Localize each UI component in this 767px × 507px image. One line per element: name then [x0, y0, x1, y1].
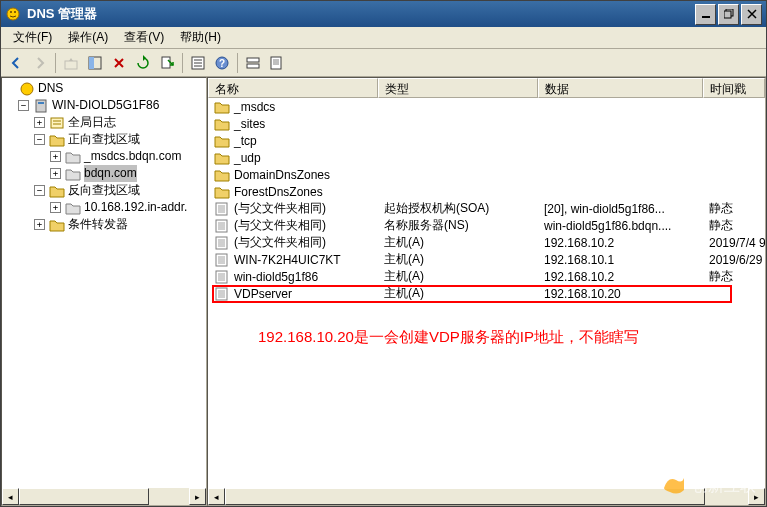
cell-name: WIN-7K2H4UIC7KT: [208, 252, 378, 268]
list-row[interactable]: _tcp: [208, 132, 765, 149]
zone-icon: [65, 166, 81, 182]
scroll-thumb[interactable]: [19, 488, 149, 505]
cell-type: 主机(A): [378, 234, 538, 251]
col-timestamp[interactable]: 时间戳: [703, 78, 765, 98]
cell-data: 192.168.10.2: [538, 236, 703, 250]
expand-icon[interactable]: +: [50, 151, 61, 162]
cell-timestamp: 2019/7/4 9: [703, 236, 765, 250]
app-icon: [5, 6, 21, 22]
svg-rect-24: [38, 102, 44, 104]
list-row[interactable]: (与父文件夹相同)起始授权机构(SOA)[20], win-diold5g1f8…: [208, 200, 765, 217]
menu-file[interactable]: 文件(F): [5, 27, 60, 48]
list-panel[interactable]: 名称 类型 数据 时间戳 _msdcs_sites_tcp_udpDomainD…: [207, 77, 766, 506]
close-button[interactable]: [741, 4, 762, 25]
expand-icon[interactable]: +: [34, 117, 45, 128]
folder-icon: [49, 183, 65, 199]
forward-button[interactable]: [29, 52, 51, 74]
tree-hscrollbar[interactable]: ◂ ▸: [2, 488, 206, 505]
col-type[interactable]: 类型: [378, 78, 538, 98]
list-row[interactable]: WIN-7K2H4UIC7KT主机(A)192.168.10.12019/6/2…: [208, 251, 765, 268]
svg-rect-23: [36, 100, 46, 112]
tree-global-log[interactable]: + 全局日志: [4, 114, 204, 131]
toolbar-separator: [55, 53, 56, 73]
tree-label: 正向查找区域: [68, 131, 140, 148]
collapse-icon[interactable]: −: [18, 100, 29, 111]
tree-reverse-zone[interactable]: − 反向查找区域: [4, 182, 204, 199]
tree-panel[interactable]: DNS − WIN-DIOLD5G1F86 + 全局日志 − 正向查找区域 + …: [1, 77, 207, 506]
tree-label: bdqn.com: [84, 165, 137, 182]
list-row[interactable]: win-diold5g1f86主机(A)192.168.10.2静态: [208, 268, 765, 285]
tree-server[interactable]: − WIN-DIOLD5G1F86: [4, 97, 204, 114]
export-button[interactable]: [156, 52, 178, 74]
filter-button[interactable]: [242, 52, 264, 74]
properties-button[interactable]: [187, 52, 209, 74]
list-row[interactable]: (与父文件夹相同)主机(A)192.168.10.22019/7/4 9: [208, 234, 765, 251]
window-title: DNS 管理器: [27, 5, 695, 23]
tree-root-dns[interactable]: DNS: [4, 80, 204, 97]
collapse-icon[interactable]: −: [34, 134, 45, 145]
cell-timestamp: 静态: [703, 217, 765, 234]
list-row[interactable]: _msdcs: [208, 98, 765, 115]
svg-rect-17: [247, 64, 259, 68]
minimize-button[interactable]: [695, 4, 716, 25]
refresh-button[interactable]: [132, 52, 154, 74]
restore-button[interactable]: [718, 4, 739, 25]
menubar: 文件(F) 操作(A) 查看(V) 帮助(H): [1, 27, 766, 49]
server-icon: [33, 98, 49, 114]
svg-rect-38: [216, 237, 227, 249]
svg-rect-53: [216, 288, 227, 300]
watermark: 创新互联: [662, 474, 756, 498]
cell-name: _sites: [208, 116, 378, 132]
cell-data: 192.168.10.20: [538, 287, 703, 301]
scroll-left-button[interactable]: ◂: [2, 488, 19, 505]
expand-icon[interactable]: +: [50, 168, 61, 179]
find-button[interactable]: [266, 52, 288, 74]
help-button[interactable]: ?: [211, 52, 233, 74]
back-button[interactable]: [5, 52, 27, 74]
menu-help[interactable]: 帮助(H): [172, 27, 229, 48]
tree-label: 10.168.192.in-addr.: [84, 199, 187, 216]
list-row[interactable]: ForestDnsZones: [208, 183, 765, 200]
annotation-text: 192.168.10.20是一会创建VDP服务器的IP地址，不能瞎写: [258, 328, 639, 347]
col-name[interactable]: 名称: [208, 78, 378, 98]
tree-forward-zone[interactable]: − 正向查找区域: [4, 131, 204, 148]
menu-action[interactable]: 操作(A): [60, 27, 116, 48]
tree-bdqn[interactable]: + bdqn.com: [4, 165, 204, 182]
record-icon: [214, 218, 230, 234]
scroll-right-button[interactable]: ▸: [189, 488, 206, 505]
list-row[interactable]: VDPserver主机(A)192.168.10.20: [208, 285, 765, 302]
expand-icon[interactable]: +: [34, 219, 45, 230]
folder-icon: [214, 150, 230, 166]
expand-icon[interactable]: +: [50, 202, 61, 213]
show-hide-button[interactable]: [84, 52, 106, 74]
folder-icon: [214, 167, 230, 183]
list-row[interactable]: _udp: [208, 149, 765, 166]
col-data[interactable]: 数据: [538, 78, 703, 98]
tree-msdcs[interactable]: + _msdcs.bdqn.com: [4, 148, 204, 165]
svg-point-2: [14, 11, 16, 13]
collapse-icon[interactable]: −: [34, 185, 45, 196]
list-header: 名称 类型 数据 时间戳: [208, 78, 765, 98]
cell-timestamp: 静态: [703, 200, 765, 217]
cell-data: win-diold5g1f86.bdqn....: [538, 219, 703, 233]
scroll-left-button[interactable]: ◂: [208, 488, 225, 505]
cell-name: _udp: [208, 150, 378, 166]
tree-label: 全局日志: [68, 114, 116, 131]
tree-label: WIN-DIOLD5G1F86: [52, 97, 159, 114]
scroll-thumb[interactable]: [225, 488, 705, 505]
list-row[interactable]: DomainDnsZones: [208, 166, 765, 183]
menu-view[interactable]: 查看(V): [116, 27, 172, 48]
tree-conditional[interactable]: + 条件转发器: [4, 216, 204, 233]
up-button[interactable]: [60, 52, 82, 74]
tree-label: 反向查找区域: [68, 182, 140, 199]
cell-name: (与父文件夹相同): [208, 200, 378, 217]
cell-type: 起始授权机构(SOA): [378, 200, 538, 217]
folder-icon: [214, 184, 230, 200]
tree-label: _msdcs.bdqn.com: [84, 148, 181, 165]
svg-point-22: [21, 83, 33, 95]
list-row[interactable]: (与父文件夹相同)名称服务器(NS)win-diold5g1f86.bdqn..…: [208, 217, 765, 234]
tree-reverse-ip[interactable]: + 10.168.192.in-addr.: [4, 199, 204, 216]
delete-button[interactable]: [108, 52, 130, 74]
list-row[interactable]: _sites: [208, 115, 765, 132]
cell-name: _msdcs: [208, 99, 378, 115]
